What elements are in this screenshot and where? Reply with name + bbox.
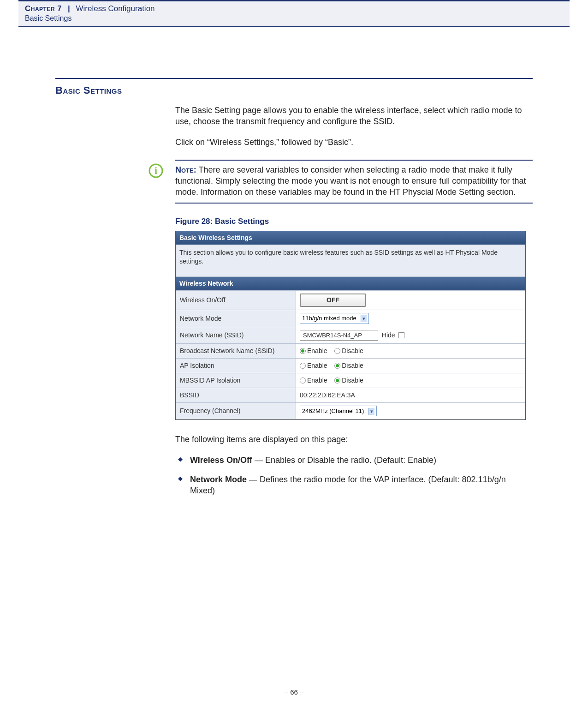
broadcast-disable-radio[interactable] [334, 348, 340, 354]
section-top-rule [55, 78, 533, 79]
figure-caption: Figure 28: Basic Settings [175, 216, 533, 227]
row-label: MBSSID AP Isolation [176, 373, 296, 388]
wireless-onoff-button[interactable]: OFF [300, 294, 366, 307]
item-term: Wireless On/Off [190, 455, 252, 465]
disable-text: Disable [342, 347, 363, 354]
items-intro: The following items are displayed on thi… [175, 434, 533, 445]
table-row: Wireless On/Off OFF [176, 291, 525, 310]
figure-subpanel-title: Wireless Network [176, 277, 525, 290]
header-chapter: Chapter 7 [25, 4, 62, 13]
apiso-enable-radio[interactable] [300, 363, 306, 369]
enable-text: Enable [307, 377, 327, 384]
info-icon: i [148, 163, 163, 178]
table-row: MBSSID AP Isolation Enable Disable [176, 373, 525, 388]
row-value: 00:22:2D:62:EA:3A [296, 388, 525, 402]
row-label: Network Mode [176, 310, 296, 327]
row-label: Wireless On/Off [176, 291, 296, 310]
table-row: BSSID 00:22:2D:62:EA:3A [176, 388, 525, 402]
apiso-disable-radio[interactable] [334, 363, 340, 369]
header-subtitle: Basic Settings [25, 14, 563, 23]
row-value: Enable Disable [296, 344, 525, 359]
list-item: Wireless On/Off — Enables or Disable the… [175, 455, 533, 466]
page-header: Chapter 7 | Wireless Configuration Basic… [18, 0, 570, 27]
mbssid-enable-radio[interactable] [300, 377, 306, 383]
note-block: i Note: There are several variables to c… [175, 160, 533, 204]
table-row: Frequency (Channel) 2462MHz (Channel 11)… [176, 402, 525, 419]
item-desc: — Enables or Disable the radio. (Default… [252, 455, 436, 465]
figure-box: Basic Wireless Settings This section all… [175, 231, 526, 420]
row-value: 11b/g/n mixed mode ▾ [296, 310, 525, 327]
page-number: – 66 – [285, 688, 304, 696]
hide-checkbox[interactable] [398, 332, 404, 338]
row-label: Network Name (SSID) [176, 327, 296, 344]
select-value: 11b/g/n mixed mode [302, 315, 356, 322]
note-label: Note: [175, 165, 196, 174]
mbssid-disable-radio[interactable] [334, 377, 340, 383]
page-footer: – 66 – [0, 688, 588, 696]
body-column: The Basic Setting page allows you to ena… [175, 105, 533, 497]
enable-text: Enable [307, 347, 327, 354]
select-value: 2462MHz (Channel 11) [302, 407, 364, 414]
row-value: SMCWBR14S-N4_AP Hide [296, 327, 525, 344]
chevron-down-icon: ▾ [368, 408, 374, 415]
intro-paragraph-1: The Basic Setting page allows you to ena… [175, 105, 533, 127]
table-row: AP Isolation Enable Disable [176, 359, 525, 373]
row-value: Enable Disable [296, 373, 525, 388]
header-separator: | [68, 4, 70, 13]
section-heading: Basic Settings [55, 84, 533, 96]
ssid-input[interactable]: SMCWBR14S-N4_AP [300, 330, 378, 341]
broadcast-enable-radio[interactable] [300, 348, 306, 354]
enable-text: Enable [307, 362, 327, 369]
table-row: Network Name (SSID) SMCWBR14S-N4_AP Hide [176, 327, 525, 344]
row-label: AP Isolation [176, 359, 296, 373]
figure-panel-desc: This section allows you to configure bas… [176, 245, 525, 277]
disable-text: Disable [342, 377, 363, 384]
row-label: BSSID [176, 388, 296, 402]
hide-label: Hide [382, 331, 395, 339]
svg-text:i: i [154, 166, 157, 176]
row-value: OFF [296, 291, 525, 310]
disable-text: Disable [342, 362, 363, 369]
chevron-down-icon: ▾ [361, 315, 367, 322]
row-label: Frequency (Channel) [176, 402, 296, 419]
intro-paragraph-2: Click on “Wireless Settings,” followed b… [175, 137, 533, 148]
figure-panel-title: Basic Wireless Settings [176, 231, 525, 245]
item-term: Network Mode [190, 475, 247, 484]
row-value: Enable Disable [296, 359, 525, 373]
list-item: Network Mode — Defines the radio mode fo… [175, 474, 533, 497]
table-row: Broadcast Network Name (SSID) Enable Dis… [176, 344, 525, 359]
network-mode-select[interactable]: 11b/g/n mixed mode ▾ [300, 313, 369, 324]
content-area: Basic Settings The Basic Setting page al… [55, 78, 533, 497]
row-value: 2462MHz (Channel 11) ▾ [296, 402, 525, 419]
header-title: Wireless Configuration [76, 4, 155, 13]
row-label: Broadcast Network Name (SSID) [176, 344, 296, 359]
frequency-select[interactable]: 2462MHz (Channel 11) ▾ [300, 406, 377, 417]
note-text: There are several variables to consider … [175, 165, 526, 197]
bullet-list: Wireless On/Off — Enables or Disable the… [175, 455, 533, 497]
figure-table: Wireless On/Off OFF Network Mode 11b/g/n… [176, 290, 525, 419]
table-row: Network Mode 11b/g/n mixed mode ▾ [176, 310, 525, 327]
